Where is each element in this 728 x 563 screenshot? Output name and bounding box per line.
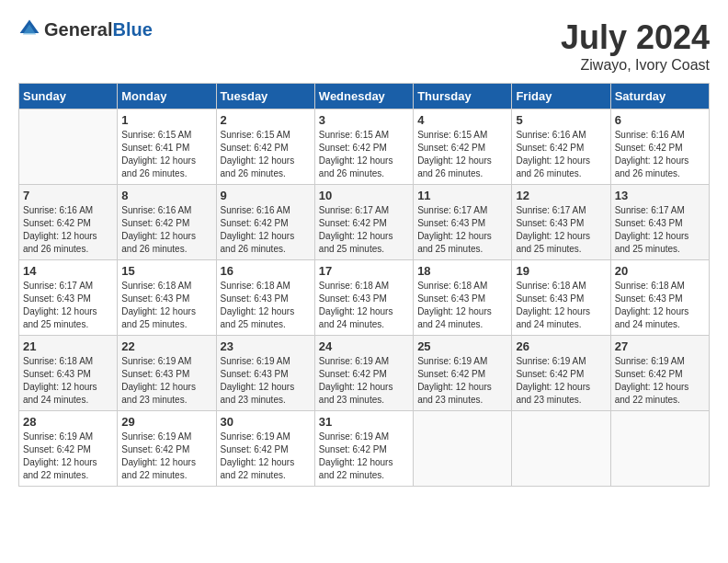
day-info: Sunrise: 6:15 AMSunset: 6:41 PMDaylight:… bbox=[121, 129, 211, 180]
day-info: Sunrise: 6:16 AMSunset: 6:42 PMDaylight:… bbox=[121, 204, 211, 256]
day-info: Sunrise: 6:18 AMSunset: 6:43 PMDaylight:… bbox=[319, 280, 409, 331]
weekday-header-sunday: Sunday bbox=[19, 84, 118, 109]
day-info: Sunrise: 6:19 AMSunset: 6:42 PMDaylight:… bbox=[516, 355, 606, 407]
day-number: 19 bbox=[516, 264, 606, 278]
day-info: Sunrise: 6:19 AMSunset: 6:42 PMDaylight:… bbox=[221, 431, 311, 482]
day-info: Sunrise: 6:18 AMSunset: 6:43 PMDaylight:… bbox=[23, 355, 113, 407]
day-number: 13 bbox=[615, 189, 705, 202]
day-number: 6 bbox=[615, 113, 705, 127]
day-number: 23 bbox=[221, 339, 311, 353]
calendar-cell: 26Sunrise: 6:19 AMSunset: 6:42 PMDayligh… bbox=[512, 336, 610, 411]
day-number: 3 bbox=[319, 113, 409, 127]
day-number: 4 bbox=[417, 113, 507, 127]
calendar-cell: 24Sunrise: 6:19 AMSunset: 6:42 PMDayligh… bbox=[314, 336, 413, 411]
calendar-week-5: 28Sunrise: 6:19 AMSunset: 6:42 PMDayligh… bbox=[19, 411, 710, 487]
day-info: Sunrise: 6:18 AMSunset: 6:43 PMDaylight:… bbox=[615, 280, 705, 331]
day-number: 5 bbox=[516, 113, 606, 127]
calendar-cell: 16Sunrise: 6:18 AMSunset: 6:43 PMDayligh… bbox=[216, 260, 314, 336]
day-info: Sunrise: 6:18 AMSunset: 6:43 PMDaylight:… bbox=[417, 280, 507, 331]
day-number: 12 bbox=[516, 189, 606, 202]
day-info: Sunrise: 6:16 AMSunset: 6:42 PMDaylight:… bbox=[23, 204, 113, 256]
logo-icon bbox=[18, 18, 40, 40]
day-info: Sunrise: 6:17 AMSunset: 6:42 PMDaylight:… bbox=[319, 204, 409, 256]
calendar-cell: 3Sunrise: 6:15 AMSunset: 6:42 PMDaylight… bbox=[314, 109, 413, 185]
day-info: Sunrise: 6:15 AMSunset: 6:42 PMDaylight:… bbox=[221, 129, 311, 180]
calendar-cell: 8Sunrise: 6:16 AMSunset: 6:42 PMDaylight… bbox=[118, 185, 216, 260]
calendar-cell bbox=[610, 411, 709, 487]
day-number: 7 bbox=[23, 189, 113, 202]
calendar-cell: 27Sunrise: 6:19 AMSunset: 6:42 PMDayligh… bbox=[610, 336, 709, 411]
day-info: Sunrise: 6:15 AMSunset: 6:42 PMDaylight:… bbox=[319, 129, 409, 180]
calendar-cell: 30Sunrise: 6:19 AMSunset: 6:42 PMDayligh… bbox=[216, 411, 314, 487]
day-number: 31 bbox=[319, 415, 409, 429]
day-number: 8 bbox=[121, 189, 211, 202]
calendar-table: SundayMondayTuesdayWednesdayThursdayFrid… bbox=[18, 83, 710, 487]
day-number: 14 bbox=[23, 264, 113, 278]
day-info: Sunrise: 6:16 AMSunset: 6:42 PMDaylight:… bbox=[221, 204, 311, 256]
calendar-cell: 19Sunrise: 6:18 AMSunset: 6:43 PMDayligh… bbox=[512, 260, 610, 336]
logo: GeneralBlue bbox=[18, 18, 153, 40]
calendar-cell: 10Sunrise: 6:17 AMSunset: 6:42 PMDayligh… bbox=[314, 185, 413, 260]
day-info: Sunrise: 6:18 AMSunset: 6:43 PMDaylight:… bbox=[121, 280, 211, 331]
calendar-week-1: 1Sunrise: 6:15 AMSunset: 6:41 PMDaylight… bbox=[19, 109, 710, 185]
calendar-cell: 6Sunrise: 6:16 AMSunset: 6:42 PMDaylight… bbox=[610, 109, 709, 185]
day-number: 27 bbox=[615, 339, 705, 353]
day-info: Sunrise: 6:19 AMSunset: 6:42 PMDaylight:… bbox=[23, 431, 113, 482]
day-info: Sunrise: 6:19 AMSunset: 6:43 PMDaylight:… bbox=[221, 355, 311, 407]
day-info: Sunrise: 6:16 AMSunset: 6:42 PMDaylight:… bbox=[615, 129, 705, 180]
calendar-week-4: 21Sunrise: 6:18 AMSunset: 6:43 PMDayligh… bbox=[19, 336, 710, 411]
calendar-cell: 23Sunrise: 6:19 AMSunset: 6:43 PMDayligh… bbox=[216, 336, 314, 411]
calendar-cell bbox=[414, 411, 512, 487]
weekday-header-friday: Friday bbox=[512, 84, 610, 109]
calendar-cell: 9Sunrise: 6:16 AMSunset: 6:42 PMDaylight… bbox=[216, 185, 314, 260]
calendar-cell: 5Sunrise: 6:16 AMSunset: 6:42 PMDaylight… bbox=[512, 109, 610, 185]
day-info: Sunrise: 6:17 AMSunset: 6:43 PMDaylight:… bbox=[23, 280, 113, 331]
day-number: 2 bbox=[221, 113, 311, 127]
day-number: 18 bbox=[417, 264, 507, 278]
day-number: 28 bbox=[23, 415, 113, 429]
day-info: Sunrise: 6:19 AMSunset: 6:42 PMDaylight:… bbox=[615, 355, 705, 407]
calendar-cell: 7Sunrise: 6:16 AMSunset: 6:42 PMDaylight… bbox=[19, 185, 118, 260]
header: GeneralBlue July 2024 Ziwayo, Ivory Coas… bbox=[18, 18, 710, 74]
calendar-cell: 14Sunrise: 6:17 AMSunset: 6:43 PMDayligh… bbox=[19, 260, 118, 336]
weekday-header-wednesday: Wednesday bbox=[314, 84, 413, 109]
day-number: 11 bbox=[417, 189, 507, 202]
weekday-header-thursday: Thursday bbox=[414, 84, 512, 109]
day-number: 9 bbox=[221, 189, 311, 202]
weekday-header-tuesday: Tuesday bbox=[216, 84, 314, 109]
day-number: 29 bbox=[121, 415, 211, 429]
day-number: 26 bbox=[516, 339, 606, 353]
day-number: 1 bbox=[121, 113, 211, 127]
day-info: Sunrise: 6:18 AMSunset: 6:43 PMDaylight:… bbox=[221, 280, 311, 331]
calendar-cell: 2Sunrise: 6:15 AMSunset: 6:42 PMDaylight… bbox=[216, 109, 314, 185]
calendar-cell: 17Sunrise: 6:18 AMSunset: 6:43 PMDayligh… bbox=[314, 260, 413, 336]
day-number: 25 bbox=[417, 339, 507, 353]
calendar-cell: 1Sunrise: 6:15 AMSunset: 6:41 PMDaylight… bbox=[118, 109, 216, 185]
weekday-header-saturday: Saturday bbox=[610, 84, 709, 109]
month-title: July 2024 bbox=[561, 18, 710, 57]
calendar-cell bbox=[512, 411, 610, 487]
day-number: 15 bbox=[121, 264, 211, 278]
calendar-cell: 20Sunrise: 6:18 AMSunset: 6:43 PMDayligh… bbox=[610, 260, 709, 336]
calendar-cell: 31Sunrise: 6:19 AMSunset: 6:42 PMDayligh… bbox=[314, 411, 413, 487]
day-number: 16 bbox=[221, 264, 311, 278]
location-title: Ziwayo, Ivory Coast bbox=[561, 57, 710, 74]
weekday-header-monday: Monday bbox=[118, 84, 216, 109]
logo-text-general: General bbox=[44, 19, 112, 40]
day-number: 24 bbox=[319, 339, 409, 353]
title-area: July 2024 Ziwayo, Ivory Coast bbox=[561, 18, 710, 74]
day-number: 20 bbox=[615, 264, 705, 278]
day-number: 22 bbox=[121, 339, 211, 353]
weekday-header-row: SundayMondayTuesdayWednesdayThursdayFrid… bbox=[19, 84, 710, 109]
day-number: 17 bbox=[319, 264, 409, 278]
calendar-cell: 4Sunrise: 6:15 AMSunset: 6:42 PMDaylight… bbox=[414, 109, 512, 185]
calendar-cell: 22Sunrise: 6:19 AMSunset: 6:43 PMDayligh… bbox=[118, 336, 216, 411]
day-info: Sunrise: 6:17 AMSunset: 6:43 PMDaylight:… bbox=[516, 204, 606, 256]
day-info: Sunrise: 6:19 AMSunset: 6:42 PMDaylight:… bbox=[319, 431, 409, 482]
calendar-week-2: 7Sunrise: 6:16 AMSunset: 6:42 PMDaylight… bbox=[19, 185, 710, 260]
calendar-cell: 18Sunrise: 6:18 AMSunset: 6:43 PMDayligh… bbox=[414, 260, 512, 336]
day-number: 30 bbox=[221, 415, 311, 429]
day-info: Sunrise: 6:18 AMSunset: 6:43 PMDaylight:… bbox=[516, 280, 606, 331]
calendar-cell: 25Sunrise: 6:19 AMSunset: 6:42 PMDayligh… bbox=[414, 336, 512, 411]
day-info: Sunrise: 6:19 AMSunset: 6:42 PMDaylight:… bbox=[319, 355, 409, 407]
